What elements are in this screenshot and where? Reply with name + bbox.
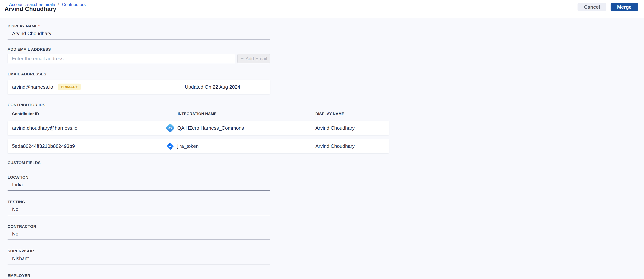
display-name-cell: Arvind Choudhary: [316, 125, 389, 131]
primary-badge: PRIMARY: [58, 84, 81, 90]
display-name-label-text: DISPLAY NAME: [8, 24, 38, 28]
page-header: Account: sai.cheethirala › Contributors …: [0, 0, 644, 18]
contributor-id-cell: 5eda80244ff3210b882493b9: [12, 143, 165, 149]
column-header-integration-name: INTEGRATION NAME: [165, 112, 316, 116]
contractor-label: CONTRACTOR: [8, 224, 644, 229]
page-title: Arvind Choudhary: [4, 6, 56, 13]
svg-text:</>: </>: [168, 126, 172, 130]
custom-fields-label: CUSTOM FIELDS: [8, 160, 644, 165]
merge-button[interactable]: Merge: [610, 3, 638, 11]
required-asterisk: *: [38, 24, 40, 28]
column-header-contributor-id: Contributor ID: [12, 112, 165, 116]
custom-field-employer: EMPLOYER Harness: [8, 273, 644, 279]
custom-field-contractor: CONTRACTOR No: [8, 224, 644, 240]
integration-cell: </> QA HZero Harness_Commons: [165, 123, 316, 133]
contributor-id-cell: arvind.choudhary@harness.io: [12, 125, 165, 131]
display-name-input[interactable]: Arvind Choudhary: [8, 30, 270, 40]
add-email-section: ADD EMAIL ADDRESS + Add Email: [8, 47, 644, 63]
header-actions: Cancel Merge: [578, 3, 638, 11]
contributor-ids-table-header: Contributor ID INTEGRATION NAME DISPLAY …: [8, 112, 389, 116]
integration-name: QA HZero Harness_Commons: [177, 125, 244, 131]
add-email-row: + Add Email: [8, 54, 644, 63]
integration-cell: jira_token: [165, 141, 316, 151]
location-label: LOCATION: [8, 175, 644, 180]
integration-name: jira_token: [177, 143, 199, 149]
table-row: 5eda80244ff3210b882493b9 jira_: [8, 139, 389, 153]
contractor-input[interactable]: No: [8, 231, 270, 240]
chevron-right-icon: ›: [58, 2, 59, 7]
breadcrumb-contributors-link[interactable]: Contributors: [62, 2, 86, 7]
add-email-button-label: Add Email: [246, 56, 267, 62]
employer-label: EMPLOYER: [8, 273, 644, 278]
display-name-label: DISPLAY NAME*: [8, 24, 644, 28]
email-address-value: arvind@harness.io: [12, 84, 53, 90]
supervisor-input[interactable]: Nishant: [8, 255, 270, 264]
add-email-label: ADD EMAIL ADDRESS: [8, 47, 644, 52]
location-input[interactable]: India: [8, 181, 270, 191]
code-integration-icon: </>: [165, 123, 175, 133]
cancel-button[interactable]: Cancel: [578, 3, 606, 11]
email-addresses-section: EMAIL ADDRESSES arvind@harness.io PRIMAR…: [8, 72, 644, 94]
email-updated-on: Updated On 22 Aug 2024: [185, 84, 240, 90]
merge-contributor-form: DISPLAY NAME* Arvind Choudhary ADD EMAIL…: [0, 18, 644, 279]
email-address-input[interactable]: [8, 54, 235, 63]
contributor-ids-section: CONTRIBUTOR IDS Contributor ID INTEGRATI…: [8, 103, 644, 153]
jira-icon: [165, 141, 175, 151]
display-name-section: DISPLAY NAME* Arvind Choudhary: [8, 24, 644, 40]
custom-fields-section: CUSTOM FIELDS LOCATION India TESTING No …: [8, 160, 644, 279]
custom-field-testing: TESTING No: [8, 200, 644, 215]
email-addresses-label: EMAIL ADDRESSES: [8, 72, 644, 76]
testing-label: TESTING: [8, 200, 644, 204]
table-row: arvind.choudhary@harness.io </> QA HZero…: [8, 121, 389, 135]
supervisor-label: SUPERVISOR: [8, 249, 644, 253]
email-address-row: arvind@harness.io PRIMARY Updated On 22 …: [8, 80, 270, 94]
add-email-button[interactable]: + Add Email: [238, 54, 270, 63]
custom-field-location: LOCATION India: [8, 175, 644, 191]
contributor-ids-label: CONTRIBUTOR IDS: [8, 103, 644, 107]
testing-input[interactable]: No: [8, 206, 270, 215]
plus-icon: +: [240, 56, 244, 62]
column-header-display-name: DISPLAY NAME: [316, 112, 389, 116]
display-name-cell: Arvind Choudhary: [316, 143, 389, 149]
custom-field-supervisor: SUPERVISOR Nishant: [8, 249, 644, 264]
